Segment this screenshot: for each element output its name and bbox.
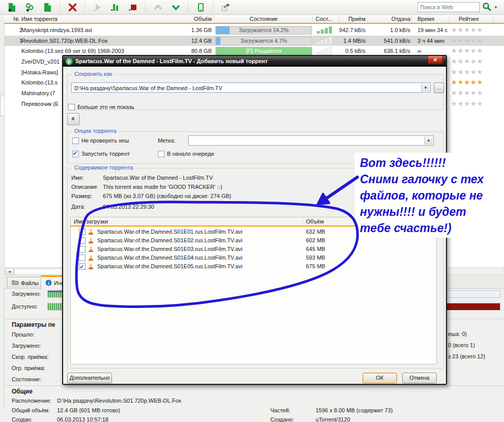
skip-hash-checkbox[interactable]: [72, 137, 79, 144]
file-list[interactable]: Имя загрузки Объём Spartacus.War.of.the.…: [70, 217, 437, 364]
rating-stars[interactable]: [451, 88, 492, 98]
move-down-icon[interactable]: [170, 2, 181, 13]
stop-icon[interactable]: [127, 2, 138, 13]
state-label: Состояние:: [12, 376, 41, 382]
pause-icon[interactable]: [109, 2, 121, 13]
size-value: 675 MB (из 3.07 GB) (свободно на диске: …: [103, 193, 231, 199]
torrent-name: [Hotaka-Raws]: [21, 67, 58, 77]
download-speed: 0.5 kB/s: [330, 46, 366, 56]
torrent-name: Manyskript.nindzya.1993.avi: [21, 25, 92, 35]
file-name: Spartacus.War.of.the.Damned.S01E05.rus.L…: [97, 262, 242, 271]
rating-stars[interactable]: [451, 77, 492, 88]
skip-hash-label: Не проверять хеш: [81, 137, 129, 144]
col-size[interactable]: Объём: [173, 16, 212, 22]
torrent-size: 80.8 GB: [172, 46, 212, 56]
save-path-combobox[interactable]: D:\На раздачу\Spartacus.War of the Damne…: [71, 82, 431, 93]
remove-icon[interactable]: [67, 2, 78, 13]
eta: 3 ч 44 мин: [417, 36, 444, 46]
toolbar: ▼: [0, 0, 504, 15]
pieces-value: 1596 x 8.00 MB (содержит 73): [316, 407, 393, 413]
created-label: Создан:: [12, 416, 32, 422]
created-by-value: uTorrent/3120: [316, 416, 350, 422]
search-dropdown-icon[interactable]: ▼: [494, 5, 498, 10]
name-label: Имя:: [71, 175, 83, 181]
ok-button[interactable]: ОК: [362, 373, 397, 383]
browse-button[interactable]: ...: [434, 82, 444, 93]
file-name: Spartacus.War.of.the.Damned.S01E03.rus.L…: [97, 245, 242, 254]
rating-stars[interactable]: [451, 67, 492, 77]
col-time[interactable]: Время: [417, 16, 434, 22]
rating-stars[interactable]: [451, 99, 492, 109]
torrent-name: Перевозчик (Е: [21, 99, 59, 109]
search-icon[interactable]: [482, 2, 491, 12]
down-limit-label: Огр. приёма:: [12, 365, 45, 371]
table-row-selected[interactable]: 1 Revolution.S01.720p.WEB-DL.Fox 12.4 GB…: [4, 36, 504, 46]
scroll-left-icon[interactable]: ◄: [5, 268, 14, 275]
add-torrent-icon[interactable]: [6, 2, 17, 13]
file-row[interactable]: Spartacus.War.of.the.Damned.S01E04.rus.L…: [71, 254, 436, 262]
move-up-icon[interactable]: [152, 2, 163, 13]
upload-speed: 636.1 kB/s: [374, 46, 410, 56]
torrent-list-header[interactable]: № Имя торрента Объём Состояние Сост... П…: [4, 15, 504, 24]
file-name: Spartacus.War.of.the.Damned.S01E02.rus.L…: [97, 236, 242, 245]
label-label: Метка:: [158, 137, 175, 144]
upload-speed: 541.0 kB/s: [374, 36, 410, 46]
add-link-icon[interactable]: [24, 2, 35, 13]
start-icon[interactable]: [92, 2, 103, 13]
file-checkbox[interactable]: [79, 255, 86, 261]
available-label: Доступно:: [12, 303, 38, 311]
dont-show-label: Больше это не показь: [77, 104, 134, 110]
advanced-button[interactable]: Дополнительно: [67, 373, 112, 383]
col-rating[interactable]: Рейтинг: [459, 16, 479, 22]
col-down[interactable]: Приём: [330, 16, 366, 22]
cancel-button[interactable]: Отмена: [402, 373, 437, 383]
file-checkbox[interactable]: [79, 246, 86, 252]
save-path-value: D:\На раздачу\Spartacus.War of the Damne…: [74, 85, 222, 91]
file-checkbox[interactable]: [79, 237, 86, 244]
rating-stars[interactable]: [451, 36, 492, 46]
collapse-chevron-icon[interactable]: [67, 113, 79, 125]
queue-top-checkbox[interactable]: [158, 151, 164, 157]
search-input[interactable]: [417, 2, 480, 12]
file-checkbox[interactable]: [79, 263, 86, 270]
location-value: D:\На раздачу\Revolution.S01.720p.WEB-DL…: [57, 398, 181, 404]
row-number: 1: [10, 36, 22, 46]
table-row[interactable]: 2 Manyskript.nindzya.1993.avi 1.36 GB За…: [4, 25, 504, 35]
close-icon[interactable]: ✕: [428, 56, 443, 64]
general-header: Общие: [12, 388, 33, 395]
file-row[interactable]: Spartacus.War.of.the.Damned.S01E03.rus.L…: [71, 245, 436, 254]
torrent-name: Mahinatory.(7: [21, 88, 55, 98]
rating-stars[interactable]: [451, 57, 492, 67]
status-progressbar: [П] Раздаётся: [215, 47, 312, 55]
save-as-legend: Сохранить как: [72, 71, 114, 77]
annotation-line: тебе счастье!): [360, 220, 504, 236]
label-combobox[interactable]: ▼: [188, 135, 434, 146]
col-status[interactable]: Состояние: [215, 16, 312, 22]
table-row[interactable]: Kolombo.(13.sez 69 ser iz 69) 1968-2003 …: [4, 46, 504, 56]
dont-show-checkbox[interactable]: [68, 104, 75, 110]
tab-files[interactable]: Файлы: [7, 277, 43, 288]
dialog-titlebar[interactable]: Spartacus.War of the Damned - LostFilm.T…: [63, 56, 446, 67]
create-torrent-icon[interactable]: [42, 2, 53, 13]
remote-icon[interactable]: [195, 2, 206, 13]
share-icon[interactable]: [220, 2, 231, 13]
rating-stars[interactable]: [451, 46, 492, 56]
file-checkbox[interactable]: [79, 229, 86, 235]
eta: 19 мин 34 с: [417, 25, 447, 35]
file-row[interactable]: Spartacus.War.of.the.Damned.S01E05.rus.L…: [71, 262, 436, 271]
status-progressbar: Загружается 14.2%: [215, 26, 312, 35]
chevron-down-icon[interactable]: ▼: [421, 83, 430, 92]
file-name-col[interactable]: Имя загрузки: [74, 217, 108, 226]
annotation-line: нужны!!!! и будет: [360, 204, 504, 220]
toolbar-separator: [145, 2, 146, 12]
col-name[interactable]: Имя торрента: [21, 16, 58, 22]
rating-stars[interactable]: [451, 25, 492, 35]
start-torrent-checkbox[interactable]: [72, 151, 79, 157]
file-name: Spartacus.War.of.the.Damned.S01E04.rus.L…: [97, 254, 242, 262]
peers-fragment: з 23 (всего 12): [448, 353, 485, 359]
elapsed-label: Прошло:: [12, 331, 35, 337]
col-up[interactable]: Отдача: [374, 16, 410, 22]
chevron-down-icon[interactable]: ▼: [424, 136, 433, 145]
size-label: Размер:: [71, 193, 92, 199]
file-size-col[interactable]: Объём: [306, 217, 324, 226]
